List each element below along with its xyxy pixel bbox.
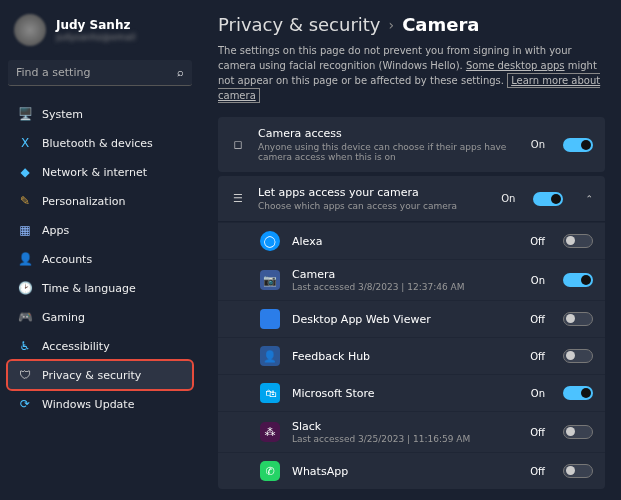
- app-row-alexa: ◯AlexaOff: [218, 222, 605, 259]
- search-input[interactable]: [16, 66, 177, 79]
- user-profile[interactable]: Judy Sanhz judysanhz@email: [8, 10, 192, 50]
- avatar: [14, 14, 46, 46]
- sidebar: Judy Sanhz judysanhz@email ⌕ 🖥️SystemⵝBl…: [0, 0, 200, 500]
- nav-icon: 👤: [18, 252, 32, 266]
- nav-icon: ⵝ: [18, 136, 32, 150]
- app-row-microsoft-store: 🛍Microsoft StoreOn: [218, 374, 605, 411]
- breadcrumb: Privacy & security › Camera: [218, 14, 605, 35]
- app-row-slack: ⁂SlackLast accessed 3/25/2023 | 11:16:59…: [218, 411, 605, 452]
- app-icon: [260, 309, 280, 329]
- chevron-up-icon[interactable]: ⌃: [585, 194, 593, 204]
- app-toggle[interactable]: [563, 464, 593, 478]
- app-icon: ✆: [260, 461, 280, 481]
- camera-access-toggle[interactable]: [563, 138, 593, 152]
- search-box[interactable]: ⌕: [8, 60, 192, 86]
- app-row-feedback-hub: 👤Feedback HubOff: [218, 337, 605, 374]
- nav-icon: 🕑: [18, 281, 32, 295]
- nav-icon: ▦: [18, 223, 32, 237]
- app-row-desktop-app-web-viewer: Desktop App Web ViewerOff: [218, 300, 605, 337]
- nav-icon: 🎮: [18, 310, 32, 324]
- breadcrumb-parent[interactable]: Privacy & security: [218, 14, 381, 35]
- nav-label: Accessibility: [42, 340, 110, 353]
- app-icon: 🛍: [260, 383, 280, 403]
- user-name: Judy Sanhz: [56, 18, 135, 32]
- app-icon: ◯: [260, 231, 280, 251]
- nav-icon: ◆: [18, 165, 32, 179]
- nav-icon: ✎: [18, 194, 32, 208]
- let-apps-card: ☰ Let apps access your camera Choose whi…: [218, 176, 605, 489]
- search-icon: ⌕: [177, 66, 184, 79]
- sidebar-item-accounts[interactable]: 👤Accounts: [8, 245, 192, 273]
- app-toggle[interactable]: [563, 273, 593, 287]
- list-icon: ☰: [230, 191, 246, 207]
- app-list: ◯AlexaOff📷CameraLast accessed 3/8/2023 |…: [218, 221, 605, 489]
- sidebar-item-privacy-security[interactable]: 🛡Privacy & security: [8, 361, 192, 389]
- app-row-camera: 📷CameraLast accessed 3/8/2023 | 12:37:46…: [218, 259, 605, 300]
- chevron-right-icon: ›: [389, 17, 395, 33]
- app-icon: 👤: [260, 346, 280, 366]
- nav-label: Personalization: [42, 195, 125, 208]
- sidebar-item-bluetooth-devices[interactable]: ⵝBluetooth & devices: [8, 129, 192, 157]
- app-icon: ⁂: [260, 422, 280, 442]
- nav-icon: 🖥️: [18, 107, 32, 121]
- app-row-whatsapp: ✆WhatsAppOff: [218, 452, 605, 489]
- nav-label: Privacy & security: [42, 369, 141, 382]
- app-toggle[interactable]: [563, 234, 593, 248]
- app-toggle[interactable]: [563, 386, 593, 400]
- nav-label: Bluetooth & devices: [42, 137, 153, 150]
- sidebar-item-gaming[interactable]: 🎮Gaming: [8, 303, 192, 331]
- nav-label: Apps: [42, 224, 69, 237]
- app-toggle[interactable]: [563, 349, 593, 363]
- sidebar-item-system[interactable]: 🖥️System: [8, 100, 192, 128]
- nav-icon: 🛡: [18, 368, 32, 382]
- nav-label: Accounts: [42, 253, 92, 266]
- nav-label: Windows Update: [42, 398, 134, 411]
- nav-icon: ⟳: [18, 397, 32, 411]
- nav-label: System: [42, 108, 83, 121]
- nav-icon: ♿: [18, 339, 32, 353]
- app-toggle[interactable]: [563, 425, 593, 439]
- sidebar-item-time-language[interactable]: 🕑Time & language: [8, 274, 192, 302]
- desktop-apps-link[interactable]: Some desktop apps: [466, 60, 565, 71]
- nav-label: Network & internet: [42, 166, 147, 179]
- camera-access-row[interactable]: ◻ Camera access Anyone using this device…: [218, 117, 605, 172]
- app-icon: 📷: [260, 270, 280, 290]
- sidebar-item-network-internet[interactable]: ◆Network & internet: [8, 158, 192, 186]
- breadcrumb-current: Camera: [402, 14, 479, 35]
- nav-label: Gaming: [42, 311, 85, 324]
- nav: 🖥️SystemⵝBluetooth & devices◆Network & i…: [8, 100, 192, 418]
- user-email: judysanhz@email: [56, 32, 135, 42]
- page-description: The settings on this page do not prevent…: [218, 43, 605, 103]
- sidebar-item-apps[interactable]: ▦Apps: [8, 216, 192, 244]
- sidebar-item-accessibility[interactable]: ♿Accessibility: [8, 332, 192, 360]
- main: Privacy & security › Camera The settings…: [200, 0, 621, 500]
- sidebar-item-personalization[interactable]: ✎Personalization: [8, 187, 192, 215]
- camera-access-card: ◻ Camera access Anyone using this device…: [218, 117, 605, 172]
- let-apps-row[interactable]: ☰ Let apps access your camera Choose whi…: [218, 176, 605, 221]
- nav-label: Time & language: [42, 282, 136, 295]
- let-apps-toggle[interactable]: [533, 192, 563, 206]
- sidebar-item-windows-update[interactable]: ⟳Windows Update: [8, 390, 192, 418]
- app-toggle[interactable]: [563, 312, 593, 326]
- camera-icon: ◻: [230, 137, 246, 153]
